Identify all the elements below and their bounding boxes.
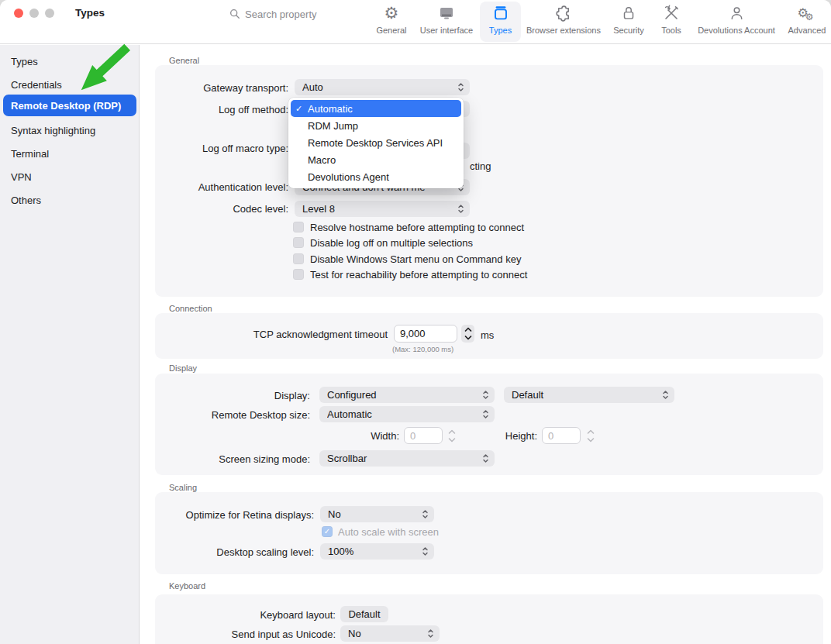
- disable-logoff-multi-label: Disable log off on multiple selections: [310, 237, 473, 249]
- height-stepper: [584, 427, 597, 445]
- gears-icon: ⚙⚙: [797, 2, 816, 25]
- display-monitor-select[interactable]: Default: [504, 387, 674, 403]
- section-scaling: [155, 492, 823, 574]
- display-label: Display:: [155, 390, 310, 401]
- width-stepper: [445, 427, 458, 445]
- person-icon: [728, 2, 746, 25]
- retina-label: Optimize for Retina displays:: [155, 509, 314, 521]
- zoom-window-button[interactable]: [45, 9, 54, 18]
- section-header-general: General: [169, 56, 199, 65]
- chevrons-icon: [427, 629, 434, 639]
- log-off-method-menu: ✓ Automatic RDM Jump Remote Desktop Serv…: [288, 98, 464, 188]
- tab-security[interactable]: Security: [605, 2, 652, 42]
- chevrons-icon: [457, 204, 464, 214]
- sidebar-item-vpn[interactable]: VPN: [0, 170, 140, 184]
- sidebar-item-credentials[interactable]: Credentials: [0, 78, 140, 91]
- auto-scale-label: Auto scale with screen: [338, 526, 439, 538]
- chevrons-icon: [457, 82, 464, 92]
- tab-advanced[interactable]: ⚙⚙ Advanced: [784, 2, 830, 42]
- tab-tools[interactable]: Tools: [652, 2, 691, 42]
- resolve-hostname-label: Resolve hostname before attempting to co…: [310, 222, 524, 233]
- display-select[interactable]: Configured: [319, 387, 495, 403]
- section-header-connection: Connection: [169, 304, 212, 313]
- tab-types[interactable]: Types: [480, 2, 521, 42]
- tab-user-interface[interactable]: User interface: [412, 2, 481, 42]
- width-input[interactable]: [404, 427, 443, 444]
- codec-level-label: Codec level:: [155, 203, 288, 215]
- resolve-hostname-checkbox[interactable]: [293, 222, 304, 232]
- search-icon: [229, 9, 240, 19]
- desktop-scaling-label: Desktop scaling level:: [155, 546, 314, 558]
- disable-start-menu-label: Disable Windows Start menu on Command ke…: [310, 253, 521, 265]
- disable-logoff-multi-checkbox[interactable]: [293, 237, 304, 248]
- keyboard-layout-label: Keyboard layout:: [178, 609, 336, 621]
- menu-item-devolutions-agent[interactable]: Devolutions Agent: [291, 169, 461, 186]
- tcp-timeout-stepper[interactable]: [461, 325, 474, 343]
- tcp-timeout-input[interactable]: [394, 325, 457, 343]
- chevrons-icon: [482, 453, 489, 463]
- search-input[interactable]: Search property: [229, 6, 317, 22]
- covered-checkbox-label-fragment: cting: [470, 160, 491, 172]
- keyboard-layout-button[interactable]: Default: [340, 606, 388, 622]
- monitor-icon: [437, 2, 456, 25]
- sidebar-item-others[interactable]: Others: [0, 194, 140, 207]
- sidebar-item-terminal[interactable]: Terminal: [0, 147, 140, 160]
- auto-scale-checkbox: [322, 526, 333, 537]
- window-title: Types: [75, 7, 105, 19]
- log-off-macro-type-label: Log off macro type:: [155, 143, 288, 154]
- lock-icon: [620, 2, 637, 25]
- chevrons-icon: [482, 409, 489, 419]
- sidebar-item-remote-desktop-rdp[interactable]: Remote Desktop (RDP): [3, 95, 136, 116]
- test-reachability-checkbox[interactable]: [293, 269, 304, 280]
- chevrons-icon: [422, 509, 429, 519]
- container-icon: [491, 2, 510, 25]
- authentication-level-label: Authentication level:: [155, 181, 288, 193]
- close-window-button[interactable]: [14, 9, 23, 18]
- disable-start-menu-checkbox[interactable]: [293, 253, 304, 264]
- screen-sizing-mode-select[interactable]: Scrollbar: [319, 450, 495, 467]
- send-unicode-label: Send input as Unicode:: [178, 629, 336, 640]
- test-reachability-label: Test for reachability before attempting …: [310, 269, 527, 281]
- stepper-chevrons-icon: [587, 429, 595, 443]
- screen-sizing-mode-label: Screen sizing mode:: [155, 453, 310, 465]
- tcp-timeout-unit: ms: [481, 329, 494, 341]
- chevrons-icon: [482, 390, 489, 400]
- preferences-window: Types Search property ⚙ General User int…: [0, 0, 831, 644]
- search-placeholder: Search property: [245, 9, 317, 20]
- codec-level-select[interactable]: Level 8: [295, 201, 470, 217]
- section-header-scaling: Scaling: [169, 483, 197, 492]
- tcp-timeout-max-note: (Max: 120,000 ms): [392, 345, 453, 353]
- gear-icon: ⚙: [384, 2, 399, 25]
- puzzle-icon: [554, 2, 574, 25]
- tab-devolutions-account[interactable]: Devolutions Account: [686, 2, 787, 42]
- gateway-transport-label: Gateway transport:: [155, 82, 288, 94]
- height-input[interactable]: [542, 427, 581, 444]
- tools-icon: [662, 2, 681, 25]
- stepper-chevrons-icon: [464, 326, 472, 341]
- remote-desktop-size-select[interactable]: Automatic: [319, 406, 495, 422]
- menu-item-macro[interactable]: Macro: [291, 152, 461, 169]
- menu-item-rdm-jump[interactable]: RDM Jump: [291, 117, 461, 134]
- section-header-keyboard: Keyboard: [169, 581, 205, 591]
- menu-item-automatic[interactable]: ✓ Automatic: [291, 100, 461, 117]
- tcp-timeout-label: TCP acknowledgment timeout: [155, 329, 388, 340]
- section-header-display: Display: [169, 363, 197, 373]
- tab-general[interactable]: ⚙ General: [368, 2, 415, 42]
- sidebar-item-syntax-highlighting[interactable]: Syntax highlighting: [0, 124, 140, 137]
- stepper-chevrons-icon: [448, 429, 456, 443]
- retina-select[interactable]: No: [320, 506, 434, 522]
- gateway-transport-select[interactable]: Auto: [295, 79, 470, 95]
- chevrons-icon: [422, 546, 429, 556]
- chevrons-icon: [662, 390, 669, 400]
- sidebar: Types Credentials Remote Desktop (RDP) S…: [0, 45, 140, 644]
- menu-item-rds-api[interactable]: Remote Desktop Services API: [291, 134, 461, 151]
- tab-browser-extensions[interactable]: Browser extensions: [521, 2, 606, 42]
- log-off-method-label: Log off method:: [155, 104, 288, 115]
- send-unicode-select[interactable]: No: [340, 625, 440, 642]
- desktop-scaling-select[interactable]: 100%: [320, 543, 434, 560]
- height-label: Height:: [465, 430, 537, 442]
- titlebar: Types Search property ⚙ General User int…: [0, 0, 831, 44]
- remote-desktop-size-label: Remote Desktop size:: [155, 409, 310, 421]
- sidebar-item-types[interactable]: Types: [0, 55, 140, 68]
- minimize-window-button[interactable]: [29, 9, 39, 18]
